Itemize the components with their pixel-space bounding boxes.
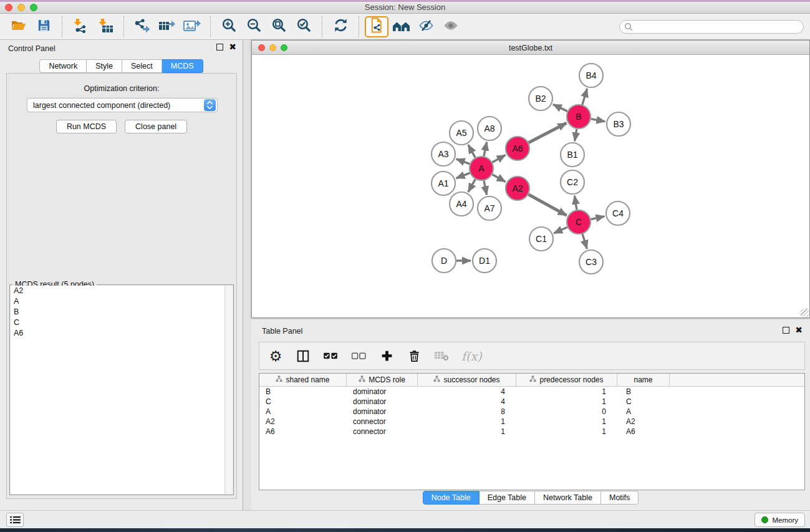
tab-node-table[interactable]: Node Table <box>423 491 480 505</box>
result-item-A[interactable]: A <box>11 296 233 307</box>
hide-eye-button[interactable] <box>413 16 438 38</box>
cell-MCDS-role[interactable]: dominator <box>347 397 418 406</box>
graph-edge-A6-B[interactable] <box>529 123 567 143</box>
cell-name[interactable]: B <box>617 387 670 396</box>
tab-mcds[interactable]: MCDS <box>162 59 203 73</box>
graph-node-A8[interactable]: A8 <box>478 117 501 140</box>
graph-node-A2[interactable]: A2 <box>506 177 529 200</box>
columns-icon[interactable] <box>296 347 311 365</box>
window-resize-handle[interactable] <box>801 309 809 317</box>
zoom-selected-button[interactable] <box>291 16 316 38</box>
cell-shared-name[interactable]: B <box>259 387 347 396</box>
export-network-button[interactable] <box>130 16 155 38</box>
cell-shared-name[interactable]: A6 <box>259 427 347 436</box>
cell-predecessor-nodes[interactable]: 1 <box>516 427 617 436</box>
network-window-titlebar[interactable]: testGlobe.txt <box>252 41 809 55</box>
graph-edge-A-A4[interactable] <box>468 179 475 191</box>
column-header-successor-nodes[interactable]: successor nodes <box>418 374 516 386</box>
tab-network-table[interactable]: Network Table <box>535 491 601 505</box>
add-row-icon[interactable] <box>379 347 394 365</box>
cell-shared-name[interactable]: A <box>259 407 347 416</box>
cell-successor-nodes[interactable]: 4 <box>418 397 516 406</box>
graph-node-B3[interactable]: B3 <box>607 112 630 136</box>
graph-node-B2[interactable]: B2 <box>529 87 552 110</box>
cell-predecessor-nodes[interactable]: 1 <box>516 387 617 396</box>
result-scrollbar[interactable] <box>224 286 233 494</box>
refresh-button[interactable] <box>328 16 353 38</box>
gear-icon[interactable]: ⚙ <box>268 347 283 365</box>
open-folder-button[interactable] <box>6 16 31 38</box>
table-row-C[interactable]: Cdominator41C <box>259 397 804 407</box>
cell-MCDS-role[interactable]: connector <box>347 427 418 436</box>
cell-MCDS-role[interactable]: dominator <box>347 387 418 396</box>
graph-node-C3[interactable]: C3 <box>579 250 603 274</box>
unselect-all-icon[interactable] <box>351 347 367 365</box>
show-eye-button[interactable] <box>438 16 463 38</box>
delete-row-icon[interactable] <box>407 347 422 365</box>
cell-MCDS-role[interactable]: connector <box>347 417 418 426</box>
result-item-A2[interactable]: A2 <box>11 286 233 296</box>
graph-node-A7[interactable]: A7 <box>478 196 501 220</box>
tab-style[interactable]: Style <box>87 59 122 73</box>
graph-node-B1[interactable]: B1 <box>561 143 584 167</box>
close-table-panel-icon[interactable]: ✖ <box>795 327 803 334</box>
cell-name[interactable]: A2 <box>617 417 670 426</box>
graph-edge-A-A2[interactable] <box>493 175 506 182</box>
cell-successor-nodes[interactable]: 8 <box>418 407 516 416</box>
graph-edge-A2-C[interactable] <box>529 195 567 216</box>
column-header-MCDS-role[interactable]: MCDS role <box>347 374 418 386</box>
graph-edge-B-B3[interactable] <box>591 119 605 122</box>
result-item-B[interactable]: B <box>11 307 233 317</box>
cell-MCDS-role[interactable]: dominator <box>347 407 418 416</box>
graph-node-A3[interactable]: A3 <box>432 142 455 166</box>
neighbor-houses-button[interactable] <box>388 16 413 38</box>
graph-edge-C-C1[interactable] <box>554 227 567 233</box>
graph-edge-C-C2[interactable] <box>574 196 577 210</box>
graph-node-A1[interactable]: A1 <box>432 172 455 195</box>
tab-network[interactable]: Network <box>39 59 87 73</box>
mcds-result-list[interactable]: A2ABCA6 <box>11 286 233 494</box>
graph-node-A5[interactable]: A5 <box>450 121 473 145</box>
graph-edge-C-C4[interactable] <box>591 216 605 220</box>
cell-successor-nodes[interactable]: 4 <box>418 387 516 396</box>
search-input[interactable] <box>619 20 804 34</box>
table-row-B[interactable]: Bdominator41B <box>259 387 804 397</box>
panel-list-button[interactable] <box>6 513 24 527</box>
result-item-C[interactable]: C <box>11 317 233 328</box>
table-row-A6[interactable]: A6connector11A6 <box>259 427 804 437</box>
column-header-name[interactable]: name <box>617 374 670 386</box>
search-box[interactable] <box>619 20 804 34</box>
table-row-A[interactable]: Adominator80A <box>259 407 804 417</box>
cell-name[interactable]: C <box>617 397 670 406</box>
graph-node-A6[interactable]: A6 <box>506 137 529 160</box>
import-network-button[interactable] <box>68 16 93 38</box>
cell-predecessor-nodes[interactable]: 0 <box>516 407 617 416</box>
graph-node-C4[interactable]: C4 <box>606 201 630 225</box>
graph-edge-A-A8[interactable] <box>484 142 487 157</box>
export-image-button[interactable] <box>180 16 205 38</box>
graph-edge-A-A6[interactable] <box>493 155 506 163</box>
select-all-icon[interactable] <box>323 347 339 365</box>
graph-node-C2[interactable]: C2 <box>561 170 584 194</box>
criterion-dropdown[interactable]: largest connected component (directed) <box>27 98 218 112</box>
column-header-shared-name[interactable]: shared name <box>259 374 347 386</box>
cell-predecessor-nodes[interactable]: 1 <box>516 397 617 406</box>
save-button[interactable] <box>31 16 56 38</box>
import-table-button[interactable] <box>93 16 118 38</box>
network-canvas[interactable]: B4B2BB3A8A5A6A3B1AA1C2A2A4A7C4CC1C3DD1 <box>252 55 809 317</box>
graph-edge-C-C3[interactable] <box>582 234 587 249</box>
close-panel-icon[interactable]: ✖ <box>229 44 236 51</box>
graph-node-C1[interactable]: C1 <box>529 227 553 251</box>
graph-edge-A-A1[interactable] <box>456 173 470 178</box>
graph-node-A[interactable]: A <box>470 157 493 180</box>
cell-successor-nodes[interactable]: 1 <box>418 417 516 426</box>
graph-node-D1[interactable]: D1 <box>473 249 496 273</box>
graph-edge-A-A3[interactable] <box>456 159 470 164</box>
float-panel-icon[interactable] <box>216 44 223 51</box>
graph-edge-B-B2[interactable] <box>553 104 567 111</box>
graph-node-C[interactable]: C <box>567 210 591 234</box>
graph-edge-A-A5[interactable] <box>468 145 475 157</box>
graph-edge-B-B1[interactable] <box>575 129 577 142</box>
graph-node-B[interactable]: B <box>567 105 591 128</box>
tab-motifs[interactable]: Motifs <box>601 491 639 505</box>
